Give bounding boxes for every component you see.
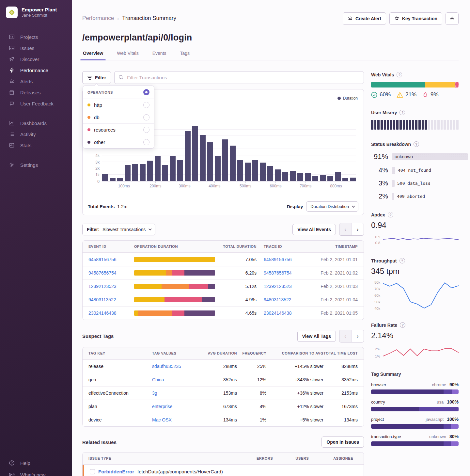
prev-page-button[interactable]: ‹ [339,223,352,235]
x-axis-label: 100ms [118,184,130,188]
histogram-bar [350,178,356,181]
sidebar-item-alerts[interactable]: Alerts [0,76,72,87]
operation-option-resources[interactable]: resources [83,123,154,136]
sidebar-item-label: Discover [20,56,39,62]
help-icon[interactable]: ? [400,258,405,263]
sidebar-item-settings[interactable]: Settings [0,159,72,170]
tag-value-link[interactable]: sdaufhu35235 [152,364,201,369]
issue-type-link[interactable]: ForbiddenError [98,469,134,474]
suspect-tags-title: Suspect Tags [82,333,114,339]
help-icon[interactable]: ? [414,141,419,147]
histogram-bar [312,176,318,181]
tab-overview[interactable]: Overview [82,51,104,60]
event-id-link[interactable]: 12392123523 [88,284,134,289]
help-icon[interactable]: ? [388,212,393,217]
prev-page-button[interactable]: ‹ [339,330,352,342]
tab-web-vitals[interactable]: Web Vitals [116,51,139,60]
histogram-bar [245,163,251,181]
org-switcher[interactable]: Empower Plant Jane Schmidt [0,7,72,18]
sidebar-item-help[interactable]: Help [0,457,72,469]
operations-header[interactable]: OPERATIONS [83,86,154,99]
radio-icon[interactable] [143,114,149,120]
projects-icon [8,34,15,40]
filter-icon [87,76,92,80]
main-content: Performance › Transaction Summary Create… [72,0,470,476]
operation-option-db[interactable]: db [83,111,154,123]
org-logo-icon [6,7,18,18]
issue-checkbox[interactable] [90,469,95,474]
trace-id-link[interactable]: 94803113522 [257,297,309,302]
event-id-link[interactable]: 64589156756 [88,257,134,262]
trace-id-link[interactable]: 12392123523 [257,284,309,289]
resources-duration-segment [172,270,184,276]
radio-icon[interactable] [143,127,149,133]
sidebar-item-discover[interactable]: Discover [0,54,72,65]
x-axis-label: 800ms [330,184,342,188]
radio-icon[interactable] [143,102,149,108]
sidebar-item-releases[interactable]: Releases [0,87,72,98]
view-all-tags-button[interactable]: View All Tags [297,331,336,342]
sidebar-item-projects[interactable]: Projects [0,31,72,42]
filter-button[interactable]: Filter [82,71,111,84]
event-row: 23024146438 4.65s 23024146438 Feb 2, 202… [83,306,364,320]
sidebar-item-dashboards[interactable]: Dashboards [0,118,72,129]
sidebar-item-user-feedback[interactable]: User Feedback [0,98,72,109]
trace-id-link[interactable]: 64589156756 [257,257,309,262]
radio-selected-icon[interactable] [143,89,149,95]
event-id-link[interactable]: 94587656754 [88,270,134,276]
issues-icon [8,45,15,51]
sidebar-item-performance[interactable]: Performance [0,65,72,76]
tag-value-link[interactable]: China [152,377,201,382]
help-icon[interactable]: ? [400,110,405,115]
tag-value-link[interactable]: Mac OSX [152,417,201,422]
events-filter-select[interactable]: Filter: Slowest Transactions [82,224,155,235]
events-table: EVENT ID OPERATION DURATION TOTAL DURATI… [82,240,364,320]
resources-dot-icon [87,128,90,131]
search-box [114,71,364,84]
failure-rate-block: Failure Rate? 2.14% 2%1% [371,322,459,360]
sidebar-item-whats-new[interactable]: What’s new [0,469,72,476]
help-icon[interactable]: ? [397,72,402,77]
create-alert-button[interactable]: Create Alert [343,12,386,25]
status-breakdown-block: Status Breakdown? 91%unknown4%404 not_fo… [371,141,459,200]
search-input[interactable] [114,71,364,84]
event-id-link[interactable]: 23024146438 [88,310,134,316]
sidebar-item-stats[interactable]: Stats [0,140,72,151]
operation-option-http[interactable]: http [83,99,154,111]
operation-duration-bar [134,310,215,316]
other-duration-segment [208,284,215,289]
chevron-down-icon [352,204,355,208]
trace-id-link[interactable]: 23024146438 [257,310,309,316]
open-in-issues-button[interactable]: Open in Issues [321,436,364,448]
next-page-button[interactable]: › [352,330,364,342]
tab-tags[interactable]: Tags [179,51,190,60]
col-timestamp: TIMESTAMP [309,245,358,248]
status-row: 3%500 data_loss [371,180,459,187]
tag-value-link[interactable]: 3g [152,390,201,396]
operation-option-other[interactable]: other [83,136,154,148]
sidebar-item-label: User Feedback [20,101,54,106]
display-select[interactable]: Duration Distribution [306,201,358,212]
key-transaction-button[interactable]: Key Transaction [389,12,442,25]
view-all-events-button[interactable]: View All Events [292,224,336,235]
breadcrumb-performance[interactable]: Performance [82,15,114,22]
radio-icon[interactable] [143,139,149,145]
histogram-bar [200,135,206,181]
event-id-link[interactable]: 94803113522 [88,297,134,302]
siren-icon [348,16,353,22]
trace-id-link[interactable]: 94587656754 [257,270,309,276]
sidebar-item-issues[interactable]: Issues [0,42,72,54]
next-page-button[interactable]: › [352,223,364,235]
tag-value-link[interactable]: enterprise [152,404,201,409]
settings-gear-button[interactable] [446,12,459,25]
search-icon [118,74,124,81]
histogram-bar [297,173,303,181]
event-row: 94587656754 6.20s 94587656754 Feb 2, 202… [83,266,364,279]
org-name: Empower Plant [22,7,57,13]
x-axis-label: 300ms [179,184,191,188]
tab-events[interactable]: Events [152,51,167,60]
help-icon[interactable]: ? [400,322,405,328]
resources-duration-segment [164,297,202,302]
tag-summary-row: transaction.typeunknown80% [371,434,459,446]
sidebar-item-activity[interactable]: Activity [0,129,72,140]
